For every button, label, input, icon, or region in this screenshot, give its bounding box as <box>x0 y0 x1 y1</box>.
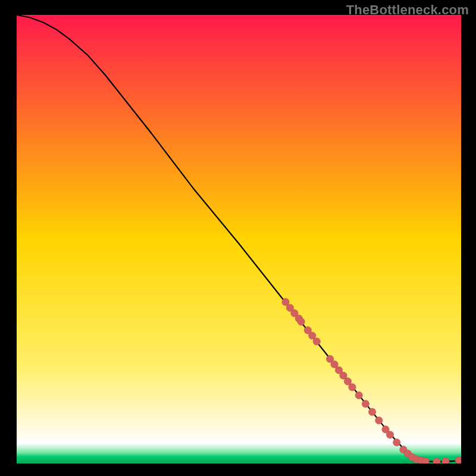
data-marker <box>375 416 383 424</box>
data-marker <box>393 439 400 446</box>
data-marker <box>386 431 393 439</box>
data-marker <box>368 408 375 415</box>
chart-area <box>17 15 461 464</box>
data-marker <box>313 338 320 345</box>
chart-svg <box>17 15 461 464</box>
gradient-background <box>17 15 461 464</box>
data-marker <box>422 458 429 464</box>
data-marker <box>355 392 362 399</box>
data-marker <box>349 384 356 391</box>
data-marker <box>362 400 369 408</box>
data-marker <box>298 318 305 325</box>
data-marker <box>442 458 449 464</box>
